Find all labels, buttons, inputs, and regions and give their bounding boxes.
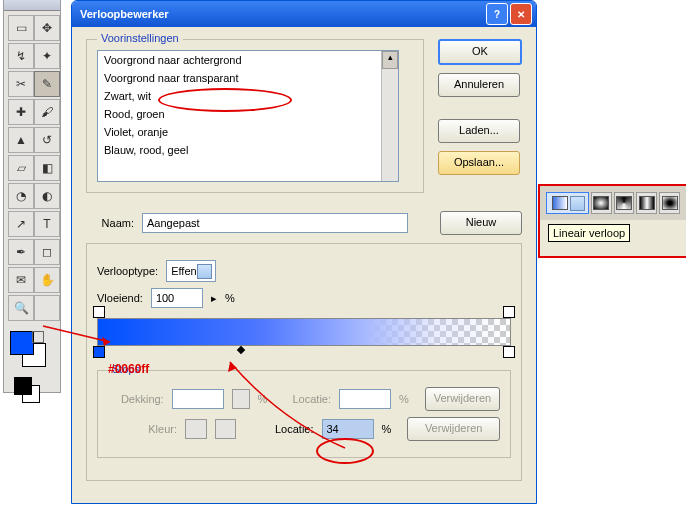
- tool-eraser[interactable]: ▱: [8, 155, 34, 181]
- tool-eyedropper[interactable]: ✎: [34, 71, 60, 97]
- gradient-type-panel: Lineair verloop: [538, 184, 686, 258]
- preset-item[interactable]: Violet, oranje: [98, 123, 398, 141]
- tool-blur[interactable]: ◔: [8, 183, 34, 209]
- tool-path[interactable]: ↗: [8, 211, 34, 237]
- smooth-label: Vloeiend:: [97, 292, 143, 304]
- gradient-tooltip: Lineair verloop: [548, 224, 630, 242]
- tool-notes[interactable]: ✉: [8, 267, 34, 293]
- swap-colors-icon[interactable]: [32, 331, 44, 343]
- default-colors[interactable]: [8, 377, 56, 403]
- gradient-linear-button[interactable]: [546, 192, 589, 214]
- tool-hand[interactable]: ✋: [34, 267, 60, 293]
- delete-color-button[interactable]: Verwijderen: [407, 417, 500, 441]
- tool-extra[interactable]: [34, 295, 60, 321]
- titlebar[interactable]: Verloopbewerker ? ✕: [72, 1, 536, 27]
- dropdown-icon[interactable]: ▸: [211, 292, 217, 305]
- tool-lasso[interactable]: ↯: [8, 43, 34, 69]
- name-label: Naam:: [86, 217, 134, 229]
- tool-zoom[interactable]: 🔍: [8, 295, 34, 321]
- tool-selection[interactable]: ▭: [8, 15, 34, 41]
- type-label: Verlooptype:: [97, 265, 158, 277]
- opacity-stop-left[interactable]: [93, 306, 105, 318]
- color-dropdown[interactable]: [215, 419, 237, 439]
- opacity-input[interactable]: [172, 389, 224, 409]
- midpoint-handle[interactable]: [237, 346, 245, 354]
- gradient-reflected-button[interactable]: [636, 192, 657, 214]
- annotation-ellipse-location: [316, 438, 374, 464]
- tool-heal[interactable]: ✚: [8, 99, 34, 125]
- tool-brush[interactable]: 🖌: [34, 99, 60, 125]
- diamond-gradient-icon: [662, 196, 678, 210]
- tool-pen[interactable]: ✒: [8, 239, 34, 265]
- tool-move[interactable]: ✥: [34, 15, 60, 41]
- delete-opacity-button[interactable]: Verwijderen: [425, 387, 500, 411]
- presets-list[interactable]: Voorgrond naar achtergrond Voorgrond naa…: [97, 50, 399, 182]
- color-label: Kleur:: [108, 423, 177, 435]
- presets-legend: Voorinstellingen: [97, 32, 183, 44]
- preset-item[interactable]: Blauw, rood, geel: [98, 141, 398, 159]
- tool-type[interactable]: T: [34, 211, 60, 237]
- angular-gradient-icon: [616, 196, 632, 210]
- new-button[interactable]: Nieuw: [440, 211, 522, 235]
- location2-label: Locatie:: [244, 423, 313, 435]
- location1-input[interactable]: [339, 389, 391, 409]
- gradient-bar[interactable]: [97, 318, 511, 346]
- color-swatches[interactable]: [8, 329, 56, 373]
- radial-gradient-icon: [593, 196, 609, 210]
- tool-wand[interactable]: ✦: [34, 43, 60, 69]
- opacity-label: Dekking:: [108, 393, 164, 405]
- color-stop-left[interactable]: [93, 346, 105, 358]
- load-button[interactable]: Laden...: [438, 119, 520, 143]
- tool-stamp[interactable]: ▲: [8, 127, 34, 153]
- minimize-button[interactable]: ?: [486, 3, 508, 25]
- gradient-diamond-button[interactable]: [659, 192, 680, 214]
- location1-label: Locatie:: [275, 393, 331, 405]
- smooth-input[interactable]: [151, 288, 203, 308]
- ok-button[interactable]: OK: [438, 39, 522, 65]
- save-button[interactable]: Opslaan...: [438, 151, 520, 175]
- opacity-stop-right[interactable]: [503, 306, 515, 318]
- dialog-title: Verloopbewerker: [76, 8, 484, 20]
- tool-dodge[interactable]: ◐: [34, 183, 60, 209]
- tool-shape[interactable]: ◻: [34, 239, 60, 265]
- opacity-dropdown[interactable]: [232, 389, 250, 409]
- color-swatch[interactable]: [185, 419, 207, 439]
- preset-item[interactable]: Voorgrond naar transparant: [98, 69, 398, 87]
- reflected-gradient-icon: [639, 196, 655, 210]
- gradient-angular-button[interactable]: [614, 192, 635, 214]
- type-select[interactable]: Effen: [166, 260, 216, 282]
- tool-history[interactable]: ↺: [34, 127, 60, 153]
- scrollbar[interactable]: ▴: [381, 51, 398, 181]
- toolbox-header[interactable]: [4, 0, 60, 11]
- gradient-editor-dialog: Verloopbewerker ? ✕ Voorinstellingen Voo…: [71, 0, 537, 504]
- linear-gradient-icon: [552, 196, 568, 210]
- location2-input[interactable]: [322, 419, 374, 439]
- name-input[interactable]: [142, 213, 408, 233]
- tool-gradient[interactable]: ◧: [34, 155, 60, 181]
- gradient-radial-button[interactable]: [591, 192, 612, 214]
- tool-crop[interactable]: ✂: [8, 71, 34, 97]
- annotation-hex: #0060ff: [108, 362, 149, 376]
- annotation-ellipse-preset: [158, 88, 292, 112]
- foreground-color[interactable]: [10, 331, 34, 355]
- color-stop-right[interactable]: [503, 346, 515, 358]
- preset-item[interactable]: Voorgrond naar achtergrond: [98, 51, 398, 69]
- cancel-button[interactable]: Annuleren: [438, 73, 520, 97]
- close-button[interactable]: ✕: [510, 3, 532, 25]
- photoshop-toolbox: ▭ ✥ ↯ ✦ ✂ ✎ ✚ 🖌 ▲ ↺ ▱ ◧ ◔ ◐ ↗ T ✒ ◻ ✉ ✋ …: [3, 0, 61, 393]
